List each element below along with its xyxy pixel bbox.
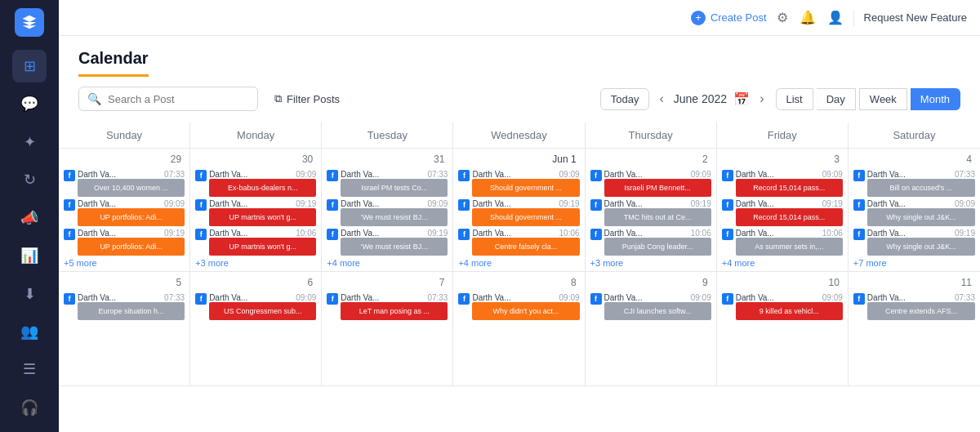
sidebar-item-download[interactable]: ⬇ [12, 277, 47, 310]
plus-icon: + [691, 11, 706, 25]
post-meta: Darth Va... 10:06 [472, 229, 579, 238]
list-view-button[interactable]: List [776, 88, 813, 110]
post-thumb: Why single out J&K... [867, 238, 975, 256]
more-posts-link[interactable]: +4 more [722, 258, 843, 268]
post-item[interactable]: f Darth Va... 09:09 Why single out J&K..… [853, 199, 975, 226]
post-info: Darth Va... 10:06 Punjab Cong leader... [604, 229, 711, 256]
post-item[interactable]: f Darth Va... 10:06 Centre falsely cla..… [458, 229, 579, 256]
post-item[interactable]: f Darth Va... 07:33 Israel PM tests Co..… [327, 170, 448, 197]
next-month-button[interactable]: › [756, 88, 767, 109]
post-thumb: Should government ... [472, 179, 579, 197]
calendar-header: Calendar 🔍 ⧉ Filter Posts Today ‹ [59, 36, 980, 122]
sidebar-item-dashboard[interactable]: ⊞ [12, 50, 47, 82]
post-item[interactable]: f Darth Va... 09:09 UP portfolios: Adi..… [64, 199, 185, 226]
day-number-6: 6 [195, 275, 316, 290]
day-view-button[interactable]: Day [817, 88, 856, 110]
day-number-7: 7 [327, 275, 448, 290]
create-post-button[interactable]: + Create Post [691, 11, 767, 25]
post-item[interactable]: f Darth Va... 10:06 As summer sets in,..… [722, 229, 843, 256]
request-feature-link[interactable]: Request New Feature [864, 11, 967, 24]
post-item[interactable]: f Darth Va... 09:19 Why single out J&K..… [853, 229, 975, 256]
search-input[interactable] [108, 93, 249, 105]
more-posts-link[interactable]: +3 more [195, 258, 316, 268]
day-number-29: 29 [64, 152, 185, 167]
fb-icon: f [327, 170, 338, 181]
more-posts-link[interactable]: +3 more [590, 258, 711, 268]
post-item[interactable]: f Darth Va... 09:19 'We must resist BJ..… [327, 229, 448, 256]
calendar-icon[interactable]: 📅 [733, 91, 750, 107]
post-item[interactable]: f Darth Va... 09:09 9 killed as vehicl..… [722, 293, 843, 320]
post-thumb: Over 10,400 women ... [78, 179, 185, 197]
more-posts-link[interactable]: +4 more [458, 258, 579, 268]
fb-icon: f [64, 229, 75, 240]
post-item[interactable]: f Darth Va... 07:33 Centre extends AFS..… [853, 293, 975, 320]
post-meta: Darth Va... 09:19 [867, 229, 975, 238]
sidebar-item-users[interactable]: 👥 [12, 315, 47, 348]
month-view-button[interactable]: Month [911, 88, 960, 110]
day-number-2: 2 [590, 152, 711, 167]
post-item[interactable]: f Darth Va... 07:33 LeT man posing as ..… [327, 293, 448, 320]
more-posts-link[interactable]: +5 more [64, 258, 185, 268]
post-item[interactable]: f Darth Va... 07:33 Europe situation h..… [64, 293, 185, 320]
post-item[interactable]: f Darth Va... 10:06 UP martnis won't g..… [195, 229, 316, 256]
post-meta: Darth Va... 09:09 [78, 199, 185, 208]
week-row-1: 29 f Darth Va... 07:33 Over 10,400 women… [59, 149, 980, 272]
logo[interactable] [15, 8, 44, 37]
post-item[interactable]: f Darth Va... 09:09 'We must resist BJ..… [327, 199, 448, 226]
create-post-label: Create Post [710, 11, 767, 24]
sidebar: ⊞ 💬 ✦ ↻ 📣 📊 ⬇ 👥 ☰ 🎧 [0, 0, 59, 432]
post-item[interactable]: f Darth Va... 09:09 Why didn't you act..… [458, 293, 579, 320]
post-item[interactable]: f Darth Va... 09:09 CJI launches softw..… [590, 293, 711, 320]
sidebar-item-support[interactable]: 🎧 [12, 391, 47, 424]
post-item[interactable]: f Darth Va... 09:09 Should government ..… [458, 170, 579, 197]
sidebar-item-megaphone[interactable]: 📣 [12, 201, 47, 234]
post-meta: Darth Va... 07:33 [341, 293, 448, 302]
post-item[interactable]: f Darth Va... 07:33 Bill on accused's ..… [853, 170, 975, 197]
divider [853, 10, 854, 26]
filter-button[interactable]: ⧉ Filter Posts [265, 87, 350, 110]
post-info: Darth Va... 09:09 Why single out J&K... [867, 199, 975, 226]
post-item[interactable]: f Darth Va... 09:19 Should government ..… [458, 199, 579, 226]
post-thumb: As summer sets in,... [736, 238, 843, 256]
day-number-30: 30 [195, 152, 316, 167]
day-number-31: 31 [327, 152, 448, 167]
sidebar-item-refresh[interactable]: ↻ [12, 163, 47, 196]
post-item[interactable]: f Darth Va... 10:06 Punjab Cong leader..… [590, 229, 711, 256]
fb-icon: f [195, 170, 207, 181]
more-posts-link[interactable]: +7 more [853, 258, 975, 268]
post-item[interactable]: f Darth Va... 09:19 UP portfolios: Adi..… [64, 229, 185, 256]
profile-icon[interactable]: 👤 [827, 10, 844, 25]
week-view-button[interactable]: Week [859, 88, 907, 110]
prev-month-button[interactable]: ‹ [656, 88, 666, 109]
notification-icon[interactable]: 🔔 [800, 10, 816, 25]
post-thumb: Punjab Cong leader... [604, 238, 711, 256]
post-item[interactable]: f Darth Va... 09:19 UP martnis won't g..… [195, 199, 316, 226]
sidebar-item-star[interactable]: ✦ [12, 126, 47, 158]
post-thumb: 'We must resist BJ... [341, 208, 448, 226]
today-button[interactable]: Today [600, 88, 650, 110]
post-thumb: Bill on accused's ... [867, 179, 975, 197]
settings-icon[interactable]: ⚙ [777, 10, 788, 25]
post-thumb: LeT man posing as ... [341, 302, 448, 320]
day-number-9: 9 [590, 275, 711, 290]
sidebar-item-list[interactable]: ☰ [12, 353, 47, 385]
fb-icon: f [458, 229, 470, 240]
filter-label: Filter Posts [287, 93, 340, 105]
sidebar-item-chat[interactable]: 💬 [12, 87, 47, 120]
post-item[interactable]: f Darth Va... 09:09 Record 15,014 pass..… [722, 170, 843, 197]
post-thumb: 9 killed as vehicl... [736, 302, 843, 320]
post-meta: Darth Va... 10:06 [209, 229, 316, 238]
post-item[interactable]: f Darth Va... 07:33 Over 10,400 women ..… [64, 170, 185, 197]
day-4: 4 f Darth Va... 07:33 Bill on accused's … [849, 149, 980, 271]
post-item[interactable]: f Darth Va... 09:09 Israeli PM Bennett..… [590, 170, 711, 197]
day-10: 10 f Darth Va... 09:09 9 killed as vehic… [717, 272, 849, 385]
search-bar[interactable]: 🔍 [78, 87, 258, 111]
post-info: Darth Va... 09:19 Should government ... [472, 199, 579, 226]
sidebar-item-chart[interactable]: 📊 [12, 239, 47, 272]
post-item[interactable]: f Darth Va... 09:19 TMC hits out at Ce..… [590, 199, 711, 226]
post-item[interactable]: f Darth Va... 09:09 US Congressmen sub..… [195, 293, 316, 320]
post-item[interactable]: f Darth Va... 09:19 Record 15,014 pass..… [722, 199, 843, 226]
calendar-grid: Sunday Monday Tuesday Wednesday Thursday… [59, 122, 980, 432]
post-item[interactable]: f Darth Va... 09:09 Ex-babus-dealers n..… [195, 170, 316, 197]
more-posts-link[interactable]: +4 more [327, 258, 448, 268]
